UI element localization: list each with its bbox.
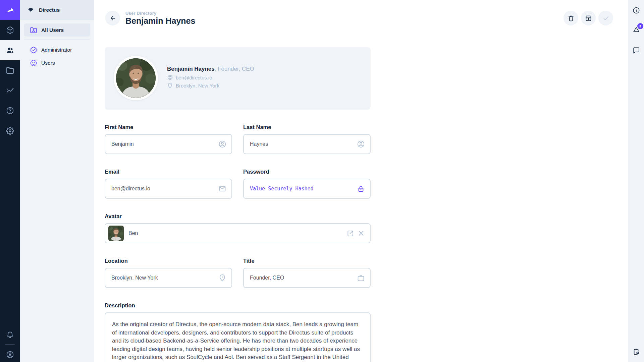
verified-badge-icon: [30, 46, 37, 54]
field-label: Avatar: [105, 213, 371, 220]
field-label: Email: [105, 169, 232, 175]
user-card-text: Benjamin Haynes, Founder, CEO ben@direct…: [167, 66, 254, 88]
field-location: Location: [105, 258, 232, 288]
password-input[interactable]: [244, 179, 370, 198]
nav-sidebar: Directus All Users Administrator User: [20, 0, 94, 362]
nav-body: All Users Administrator Users: [20, 20, 94, 69]
field-first-name: First Name: [105, 124, 232, 154]
field-label: Description: [105, 302, 371, 309]
comments-icon[interactable]: [628, 43, 644, 58]
project-name: Directus: [39, 7, 60, 13]
archive-button[interactable]: [581, 11, 596, 25]
email-input[interactable]: [105, 179, 231, 198]
module-help-icon[interactable]: [0, 101, 20, 121]
revisions-icon[interactable]: 3: [628, 22, 644, 37]
directus-logo[interactable]: [0, 0, 20, 20]
open-file-icon[interactable]: [346, 230, 354, 237]
revisions-count-badge: 3: [637, 23, 643, 29]
location-input[interactable]: [105, 268, 231, 287]
field-label: Title: [243, 258, 371, 264]
module-content-icon[interactable]: [0, 20, 20, 40]
field-label: Password: [243, 169, 371, 175]
nav-item-users[interactable]: Users: [24, 56, 90, 69]
field-email: Email: [105, 169, 232, 199]
directus-rabbit-icon: [6, 6, 14, 14]
account-menu-icon[interactable]: [0, 347, 20, 362]
mail-icon: [218, 185, 226, 193]
field-password: Password: [243, 169, 371, 199]
user-email: ben@directus.io: [176, 75, 212, 80]
user-role: , Founder, CEO: [215, 66, 254, 72]
user-location: Brooklyn, New York: [176, 83, 219, 88]
module-bar-divider: [5, 344, 15, 345]
field-title: Title: [243, 258, 371, 288]
content: Benjamin Haynes, Founder, CEO ben@direct…: [94, 36, 628, 362]
title-block: User Directory Benjamin Haynes: [125, 11, 195, 26]
right-sidebar: 3: [628, 0, 644, 362]
place-icon: [167, 82, 176, 88]
last-name-input[interactable]: [244, 135, 370, 154]
description-textarea[interactable]: As the original creator of Directus, the…: [112, 320, 363, 362]
avatar-input[interactable]: [124, 224, 370, 243]
activity-clipboard-icon[interactable]: [628, 344, 644, 359]
project-header[interactable]: Directus: [20, 0, 94, 20]
save-button[interactable]: [598, 11, 613, 25]
breadcrumb: User Directory: [125, 11, 195, 16]
place-icon: [218, 274, 226, 282]
arrow-left-icon: [109, 15, 116, 22]
nav-item-all-users[interactable]: All Users: [24, 23, 90, 37]
info-icon[interactable]: [628, 3, 644, 18]
module-insights-icon[interactable]: [0, 80, 20, 101]
field-last-name: Last Name: [243, 124, 371, 154]
nav-item-administrator[interactable]: Administrator: [24, 43, 90, 56]
page-header: User Directory Benjamin Haynes: [94, 0, 628, 36]
at-icon: [167, 74, 176, 80]
nav-item-label: Users: [41, 60, 55, 66]
page-title: Benjamin Haynes: [125, 16, 195, 26]
archive-icon: [585, 15, 592, 22]
folder-user-icon: [30, 26, 37, 34]
trash-icon: [568, 15, 575, 22]
check-icon: [602, 15, 609, 22]
title-input[interactable]: [244, 268, 370, 287]
field-label: Location: [105, 258, 232, 264]
back-button[interactable]: [105, 11, 120, 25]
module-files-icon[interactable]: [0, 60, 20, 80]
main-area: User Directory Benjamin Haynes: [94, 0, 628, 362]
header-actions: [564, 11, 613, 25]
face-icon: [30, 59, 37, 67]
lock-icon: [357, 185, 365, 193]
user-name: Benjamin Haynes: [167, 66, 215, 72]
user-card: Benjamin Haynes, Founder, CEO ben@direct…: [105, 47, 371, 110]
app-window: Directus All Users Administrator User: [0, 0, 644, 362]
module-bar-spacer: [0, 141, 20, 327]
nav-divider: [24, 40, 90, 40]
first-name-input[interactable]: [105, 135, 231, 154]
field-label: Last Name: [243, 124, 371, 130]
nav-item-label: Administrator: [41, 47, 72, 53]
delete-button[interactable]: [564, 11, 578, 25]
user-avatar: [114, 56, 158, 100]
field-avatar: Avatar: [105, 213, 371, 243]
module-bar: [0, 0, 20, 362]
nav-item-label: All Users: [41, 27, 64, 33]
account-circle-icon: [218, 140, 226, 148]
notifications-bell-icon[interactable]: [0, 327, 20, 342]
briefcase-icon: [357, 274, 365, 282]
account-circle-icon: [357, 140, 365, 148]
project-icon: [27, 7, 34, 14]
field-description: Description As the original creator of D…: [105, 302, 371, 362]
field-label: First Name: [105, 124, 232, 130]
user-form: First Name Last Name: [105, 110, 371, 362]
deselect-icon[interactable]: [357, 230, 365, 237]
module-settings-icon[interactable]: [0, 121, 20, 141]
module-users-icon[interactable]: [0, 40, 20, 60]
avatar-thumbnail[interactable]: [108, 226, 124, 241]
